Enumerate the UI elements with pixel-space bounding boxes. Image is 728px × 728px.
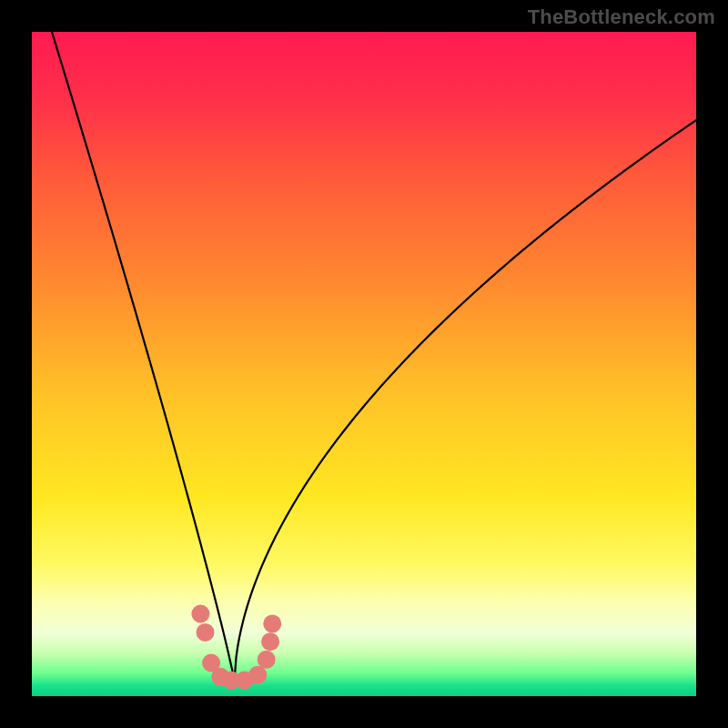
curve-marker bbox=[248, 666, 267, 684]
curve-marker bbox=[258, 651, 276, 669]
chart-svg bbox=[32, 32, 696, 696]
curve-marker bbox=[263, 614, 281, 632]
watermark-text: TheBottleneck.com bbox=[528, 5, 715, 29]
curve-marker bbox=[191, 604, 209, 622]
gradient-background bbox=[32, 32, 696, 696]
chart-frame: TheBottleneck.com bbox=[0, 0, 728, 728]
curve-marker bbox=[197, 623, 215, 642]
curve-marker bbox=[261, 632, 279, 651]
plot-area bbox=[32, 32, 696, 696]
